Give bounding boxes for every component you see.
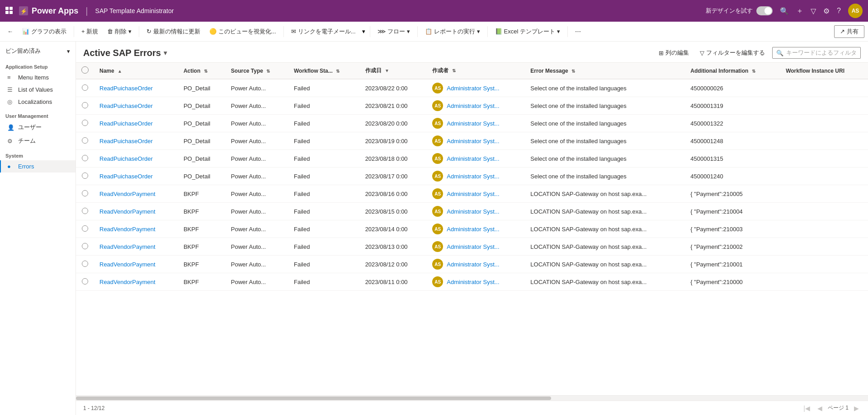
row-checkbox-1[interactable] — [76, 97, 94, 115]
th-workflow-status[interactable]: Workflow Sta... ⇅ — [288, 63, 360, 79]
row-checkbox-0[interactable] — [76, 79, 94, 97]
row-checkbox-5[interactable] — [76, 168, 94, 185]
cell-created-by-4: AS Administrator Syst... — [427, 150, 525, 168]
cell-name-2: ReadPuichaseOrder — [94, 115, 178, 132]
name-link-1[interactable]: ReadPuichaseOrder — [99, 103, 153, 109]
filter-icon[interactable]: ▽ — [811, 7, 816, 15]
author-name-6[interactable]: Administrator Syst... — [447, 191, 499, 197]
email-link-button[interactable]: ✉ リンクを電子メール... — [288, 26, 359, 37]
author-name-1[interactable]: Administrator Syst... — [447, 103, 499, 109]
row-checkbox-2[interactable] — [76, 115, 94, 132]
prev-page-button[interactable]: ◀ — [816, 404, 824, 413]
row-checkbox-10[interactable] — [76, 256, 94, 273]
author-name-3[interactable]: Administrator Syst... — [447, 138, 499, 145]
name-link-9[interactable]: ReadVendorPayment — [99, 243, 156, 250]
horizontal-scroll-thumb[interactable] — [76, 396, 551, 400]
edit-columns-button[interactable]: ⊞ 列の編集 — [655, 47, 693, 59]
th-action[interactable]: Action ⇅ — [178, 63, 226, 79]
author-name-2[interactable]: Administrator Syst... — [447, 120, 499, 127]
row-checkbox-7[interactable] — [76, 203, 94, 220]
top-nav-right: 新デザインを試す 🔍 ＋ ▽ ⚙ ? AS — [706, 4, 863, 18]
name-link-6[interactable]: ReadVendorPayment — [99, 191, 156, 197]
next-page-button[interactable]: ▶ — [852, 404, 861, 413]
th-error-message[interactable]: Error Message ⇅ — [525, 63, 685, 79]
help-icon[interactable]: ? — [837, 7, 841, 15]
th-workflow-uri: Workflow Instance URI — [780, 63, 868, 79]
row-checkbox-6[interactable] — [76, 185, 94, 203]
name-link-3[interactable]: ReadPuichaseOrder — [99, 138, 153, 145]
th-name[interactable]: Name ▲ — [94, 63, 178, 79]
cell-additional-info-1: 4500001319 — [685, 97, 780, 115]
cell-name-6: ReadVendorPayment — [94, 185, 178, 203]
row-checkbox-3[interactable] — [76, 132, 94, 150]
author-name-8[interactable]: Administrator Syst... — [447, 226, 499, 233]
cell-workflow-uri-5 — [780, 168, 868, 185]
sidebar-item-localizations[interactable]: ◎ Localizations — [0, 96, 75, 108]
name-link-0[interactable]: ReadPuichaseOrder — [99, 85, 153, 92]
sidebar-item-users[interactable]: 👤 ユーザー — [0, 121, 75, 134]
name-link-2[interactable]: ReadPuichaseOrder — [99, 120, 153, 127]
cell-action-0: PO_Detail — [178, 79, 226, 97]
name-link-11[interactable]: ReadVendorPayment — [99, 279, 156, 285]
share-button[interactable]: ↗ 共有 — [834, 25, 864, 38]
cell-workflow-uri-0 — [780, 79, 868, 97]
pinned-section[interactable]: ピン留め済み ▾ — [0, 43, 75, 59]
brand-logo[interactable]: ⚡ Power Apps — [19, 6, 78, 16]
email-chevron[interactable]: ▾ — [361, 26, 366, 37]
sidebar-item-errors[interactable]: ● Errors — [0, 160, 75, 173]
th-created-by[interactable]: 作成者 ⇅ — [427, 63, 525, 79]
name-link-10[interactable]: ReadVendorPayment — [99, 261, 156, 268]
columns-icon: ⊞ — [659, 50, 664, 56]
more-options-button[interactable]: ⋯ — [571, 26, 585, 37]
author-name-7[interactable]: Administrator Syst... — [447, 208, 499, 215]
cell-name-11: ReadVendorPayment — [94, 273, 178, 291]
new-design-switch[interactable] — [756, 6, 773, 15]
delete-button[interactable]: 🗑 削除 ▾ — [104, 26, 135, 37]
chart-view-button[interactable]: 📊 グラフの表示 — [19, 26, 70, 37]
new-button[interactable]: + 新規 — [78, 26, 102, 37]
author-name-4[interactable]: Administrator Syst... — [447, 155, 499, 162]
horizontal-scrollbar[interactable] — [76, 395, 868, 401]
view-title-chevron[interactable]: ▾ — [164, 49, 167, 56]
th-source-type[interactable]: Source Type ⇅ — [226, 63, 288, 79]
back-button[interactable]: ← — [4, 26, 17, 37]
row-checkbox-9[interactable] — [76, 238, 94, 256]
th-created-date[interactable]: 作成日 ▼ — [360, 63, 427, 79]
edit-filters-button[interactable]: ▽ フィルターを編集する — [696, 47, 769, 59]
grid-icon[interactable] — [5, 7, 14, 15]
sidebar-item-menu-items[interactable]: ≡ Menu Items — [0, 71, 75, 84]
email-icon: ✉ — [291, 28, 296, 35]
row-checkbox-4[interactable] — [76, 150, 94, 168]
excel-template-button[interactable]: 📗 Excel テンプレート ▾ — [491, 26, 564, 37]
add-icon[interactable]: ＋ — [796, 6, 803, 16]
name-link-7[interactable]: ReadVendorPayment — [99, 208, 156, 215]
row-checkbox-8[interactable] — [76, 220, 94, 238]
settings-icon[interactable]: ⚙ — [823, 7, 830, 15]
run-report-button[interactable]: 📋 レポートの実行 ▾ — [421, 26, 484, 37]
author-name-10[interactable]: Administrator Syst... — [447, 261, 499, 268]
select-all-checkbox[interactable] — [81, 66, 89, 74]
cell-action-7: BKPF — [178, 203, 226, 220]
name-link-5[interactable]: ReadPuichaseOrder — [99, 173, 153, 180]
refresh-button[interactable]: ↻ 最新の情報に更新 — [143, 26, 204, 37]
keyword-filter-input[interactable]: 🔍 キーワードによるフィルタ — [772, 47, 861, 59]
row-checkbox-11[interactable] — [76, 273, 94, 291]
cell-created-by-8: AS Administrator Syst... — [427, 220, 525, 238]
author-name-11[interactable]: Administrator Syst... — [447, 279, 499, 285]
user-avatar[interactable]: AS — [848, 4, 863, 18]
new-design-toggle[interactable]: 新デザインを試す — [706, 6, 773, 15]
visualize-icon: 🟡 — [209, 28, 217, 35]
sidebar-item-teams[interactable]: ⚙ チーム — [0, 134, 75, 148]
main-layout: ピン留め済み ▾ Application Setup ≡ Menu Items … — [0, 42, 868, 415]
search-icon[interactable]: 🔍 — [780, 7, 789, 15]
name-link-8[interactable]: ReadVendorPayment — [99, 226, 156, 233]
author-name-9[interactable]: Administrator Syst... — [447, 243, 499, 250]
author-name-5[interactable]: Administrator Syst... — [447, 173, 499, 180]
flow-button[interactable]: ⋙ フロー ▾ — [374, 26, 414, 37]
sidebar-item-list-of-values[interactable]: ☰ List of Values — [0, 84, 75, 96]
author-name-0[interactable]: Administrator Syst... — [447, 85, 499, 92]
first-page-button[interactable]: |◀ — [802, 404, 812, 413]
name-link-4[interactable]: ReadPuichaseOrder — [99, 155, 153, 162]
visualize-button[interactable]: 🟡 このビューを視覚化... — [206, 26, 280, 37]
th-additional-info[interactable]: Additional Information ⇅ — [685, 63, 780, 79]
